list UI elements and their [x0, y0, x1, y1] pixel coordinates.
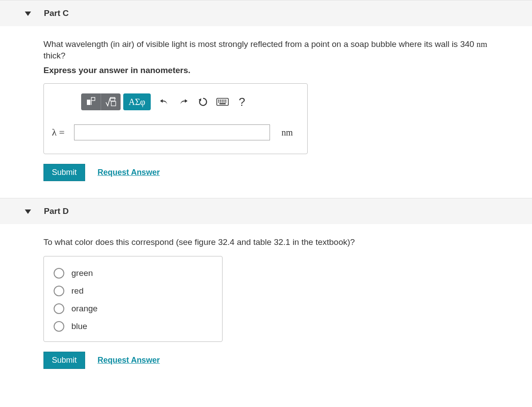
- part-c-actions: Submit Request Answer: [43, 164, 505, 181]
- svg-rect-12: [225, 100, 227, 101]
- radio-label: orange: [71, 304, 98, 314]
- svg-rect-8: [218, 100, 219, 101]
- part-c-body: What wavelength (in air) of visible ligh…: [0, 26, 532, 194]
- radio-icon[interactable]: [54, 268, 64, 279]
- question-text-pre: What wavelength (in air) of visible ligh…: [43, 39, 477, 49]
- unit-label: nm: [282, 128, 293, 138]
- part-c-title: Part C: [44, 8, 69, 18]
- question-unit: nm: [477, 39, 487, 49]
- question-text-post: thick?: [43, 51, 66, 60]
- request-answer-link[interactable]: Request Answer: [98, 168, 160, 177]
- svg-rect-17: [225, 101, 227, 103]
- template-icon[interactable]: [81, 93, 101, 110]
- svg-rect-1: [87, 100, 90, 105]
- svg-rect-4: [110, 97, 115, 101]
- svg-rect-10: [222, 100, 223, 101]
- radio-label: blue: [71, 322, 87, 331]
- radio-icon[interactable]: [54, 286, 64, 296]
- help-icon[interactable]: ?: [232, 93, 252, 110]
- sqrt-icon[interactable]: [101, 93, 121, 110]
- radio-icon[interactable]: [54, 321, 64, 332]
- part-c-instruction: Express your answer in nanometers.: [43, 66, 505, 75]
- svg-rect-16: [223, 101, 225, 103]
- part-d-actions: Submit Request Answer: [43, 352, 505, 369]
- radio-option-orange[interactable]: orange: [54, 300, 212, 318]
- submit-button[interactable]: Submit: [43, 164, 85, 181]
- svg-rect-9: [220, 100, 221, 101]
- part-d-question: To what color does this correspond (see …: [43, 236, 505, 248]
- radio-label: green: [71, 268, 93, 278]
- svg-rect-5: [111, 101, 116, 106]
- part-c-header[interactable]: Part C: [0, 0, 532, 26]
- keyboard-icon[interactable]: [213, 93, 232, 110]
- request-answer-link[interactable]: Request Answer: [98, 356, 160, 365]
- radio-option-green[interactable]: green: [54, 264, 212, 282]
- svg-rect-13: [218, 101, 219, 103]
- undo-icon[interactable]: [154, 93, 174, 110]
- svg-rect-18: [219, 103, 226, 105]
- radio-box: green red orange blue: [43, 256, 223, 342]
- svg-rect-2: [91, 97, 95, 101]
- radio-icon[interactable]: [54, 303, 64, 314]
- radio-label: red: [71, 286, 83, 296]
- format-group: [81, 93, 121, 110]
- radio-option-red[interactable]: red: [54, 282, 212, 300]
- svg-rect-14: [220, 101, 221, 103]
- svg-rect-15: [222, 101, 223, 103]
- svg-marker-0: [25, 12, 31, 16]
- collapse-icon[interactable]: [25, 206, 31, 216]
- reset-icon[interactable]: [193, 93, 213, 110]
- equation-toolbar: ΑΣφ ?: [81, 93, 299, 110]
- svg-rect-11: [223, 100, 225, 101]
- part-d-title: Part D: [44, 206, 69, 216]
- part-d-header[interactable]: Part D: [0, 198, 532, 224]
- submit-button[interactable]: Submit: [43, 352, 85, 369]
- svg-marker-19: [25, 209, 31, 214]
- variable-label: λ =: [52, 127, 74, 138]
- input-row: λ = nm: [52, 124, 299, 140]
- answer-input[interactable]: [74, 124, 270, 140]
- redo-icon[interactable]: [174, 93, 193, 110]
- part-d-body: To what color does this correspond (see …: [0, 224, 532, 381]
- collapse-icon[interactable]: [25, 8, 31, 18]
- greek-button[interactable]: ΑΣφ: [123, 93, 151, 110]
- part-c-question: What wavelength (in air) of visible ligh…: [43, 39, 505, 61]
- radio-option-blue[interactable]: blue: [54, 318, 212, 335]
- answer-box: ΑΣφ ? λ =: [43, 83, 308, 154]
